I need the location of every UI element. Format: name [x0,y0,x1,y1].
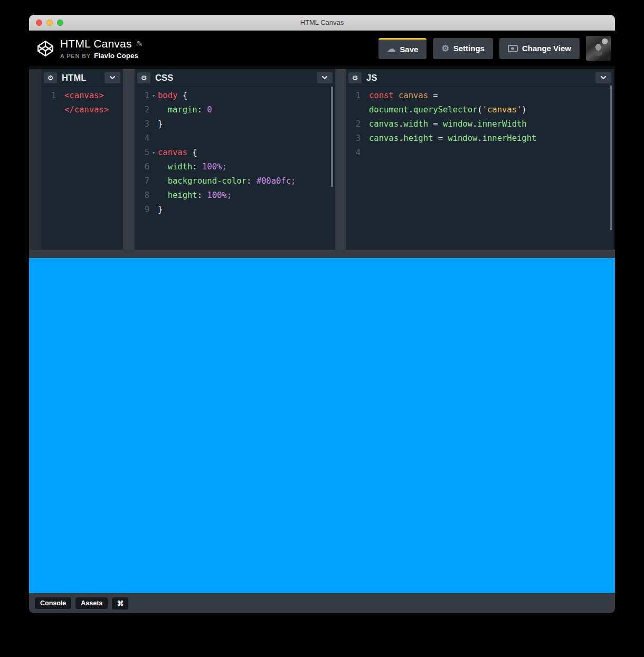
codepen-logo-icon [36,40,54,58]
css-panel-label: CSS [155,73,174,83]
code-line: 9} [139,203,335,217]
change-view-button[interactable]: Change View [499,38,580,59]
console-button[interactable]: Console [35,597,71,609]
code-line: 4 [350,146,614,160]
app-window: HTML Canvas HTML Canvas ✎ A PEN BY Flavi… [29,15,615,613]
code-line: 7 background-color: #00a0fc; [139,174,335,188]
preview-resize-gutter[interactable] [29,250,615,258]
editors-left-gutter [29,69,41,250]
command-icon[interactable]: ⌘ [112,597,128,610]
js-editor-scrollbar[interactable] [610,85,612,230]
window-title: HTML Canvas [29,18,615,26]
css-editor-scrollbar[interactable] [331,87,333,187]
avatar[interactable] [586,36,611,61]
preview-canvas [29,258,615,593]
codepen-header: HTML Canvas ✎ A PEN BY Flavio Copes ☁ Sa… [29,31,615,66]
js-panel-label: JS [366,73,377,83]
js-panel-header: ⚙ JS [346,69,614,86]
code-line: 1▾body { [139,89,335,103]
html-settings-gear-icon[interactable]: ⚙ [44,72,57,83]
editors-right-gutter [614,69,615,250]
code-line: document.querySelector('canvas') [350,103,614,117]
code-line: 6 width: 100%; [139,160,335,174]
byline: A PEN BY Flavio Copes [60,52,143,60]
titlebar: HTML Canvas [29,15,615,31]
html-panel-label: HTML [62,73,87,83]
css-settings-gear-icon[interactable]: ⚙ [137,72,150,83]
editors-section: ⚙ HTML 1<canvas></canvas> ⚙ CSS 1▾body {… [29,66,615,250]
css-code-editor[interactable]: 1▾body {2 margin: 03}45▾canvas {6 width:… [135,86,335,250]
html-editor-panel: ⚙ HTML 1<canvas></canvas> [41,69,123,250]
code-line: 2canvas.width = window.innerWidth [350,117,614,131]
save-button[interactable]: ☁ Save [378,38,427,59]
byline-prefix: A PEN BY [60,53,91,59]
css-editor-panel: ⚙ CSS 1▾body {2 margin: 03}45▾canvas {6 … [135,69,335,250]
code-line: 2 margin: 0 [139,103,335,117]
code-line: 3canvas.height = window.innerHeight [350,131,614,146]
js-collapse-chevron-down-icon[interactable] [595,72,611,83]
pen-title: HTML Canvas [60,37,132,50]
html-code-editor[interactable]: 1<canvas></canvas> [41,86,123,250]
js-settings-gear-icon[interactable]: ⚙ [348,72,362,83]
code-line: 1const canvas = [350,89,614,103]
panel-resize-gutter[interactable] [335,69,346,250]
js-code-editor[interactable]: 1const canvas =document.querySelector('c… [346,86,614,250]
footer-bar: Console Assets ⌘ [29,593,615,613]
code-line: 4 [139,131,335,146]
cloud-icon: ☁ [387,45,395,53]
code-line: 5▾canvas { [139,146,335,160]
change-view-button-label: Change View [522,44,571,53]
edit-pencil-icon[interactable]: ✎ [137,40,143,48]
save-button-label: Save [400,45,418,54]
view-eye-icon [508,45,518,52]
code-line: </canvas> [45,103,123,117]
code-line: 8 height: 100%; [139,188,335,203]
panel-resize-gutter[interactable] [123,69,135,250]
css-panel-header: ⚙ CSS [135,69,335,86]
assets-button[interactable]: Assets [75,597,108,609]
code-line: 1<canvas> [45,89,123,103]
css-collapse-chevron-down-icon[interactable] [317,72,333,83]
js-editor-panel: ⚙ JS 1const canvas =document.querySelect… [346,69,614,250]
html-panel-header: ⚙ HTML [41,69,123,86]
byline-author[interactable]: Flavio Copes [94,52,138,60]
settings-button-label: Settings [453,44,485,53]
gear-icon: ⚙ [441,44,449,53]
settings-button[interactable]: ⚙ Settings [433,38,493,59]
code-line: 3} [139,117,335,131]
html-collapse-chevron-down-icon[interactable] [105,72,120,83]
